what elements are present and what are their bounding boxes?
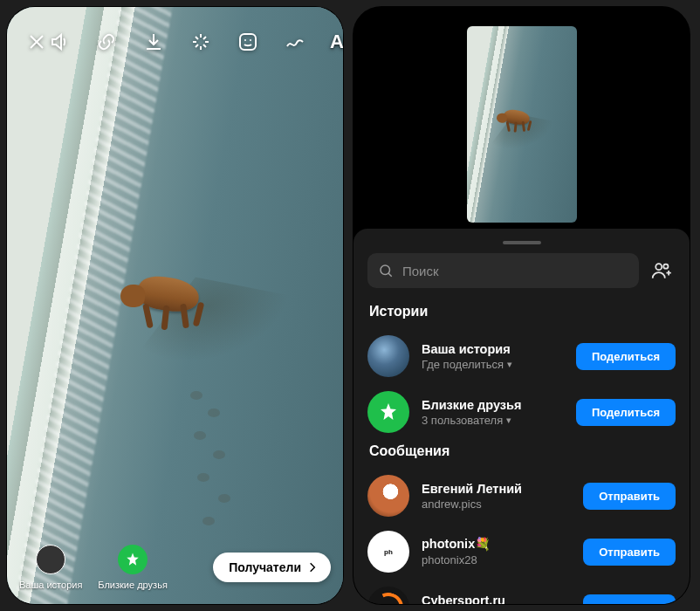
row-subtitle[interactable]: Где поделиться ▾ (422, 358, 564, 371)
search-input[interactable] (402, 264, 628, 278)
user-avatar (367, 587, 409, 604)
share-button[interactable]: Поделиться (576, 399, 676, 426)
story-row-your-story: Ваша история Где поделиться ▾ Поделиться (353, 328, 690, 384)
svg-point-3 (381, 265, 390, 275)
share-sheet: Истории Ваша история Где поделиться ▾ По… (353, 229, 690, 604)
row-title: photonix💐 (422, 537, 571, 552)
row-subtitle: photonix28 (422, 553, 571, 566)
search-icon (378, 263, 394, 278)
your-story-avatar (36, 545, 65, 574)
chevron-down-icon: ▾ (506, 415, 511, 426)
story-editor-screen: Aa Ваша история Близкие друзья Получател… (7, 7, 343, 604)
share-button[interactable]: Поделиться (576, 343, 676, 370)
share-sheet-screen: Истории Ваша история Где поделиться ▾ По… (353, 7, 690, 604)
editor-top-toolbar: Aa (7, 23, 343, 61)
close-icon[interactable] (26, 30, 47, 54)
create-group-button[interactable] (648, 257, 676, 285)
row-title: Евгений Летний (422, 482, 571, 496)
close-friends-avatar (367, 391, 409, 433)
stories-section-title: Истории (353, 300, 690, 328)
row-subtitle[interactable]: 3 пользователя ▾ (422, 414, 564, 427)
link-icon[interactable] (94, 30, 119, 54)
svg-point-2 (250, 39, 251, 41)
user-avatar (367, 475, 409, 517)
row-subtitle: andrew.pics (422, 498, 571, 511)
your-story-avatar (367, 335, 409, 377)
svg-point-4 (655, 264, 662, 270)
sticker-icon[interactable] (236, 30, 260, 54)
recipients-label: Получатели (229, 560, 301, 574)
your-story-label: Ваша история (19, 580, 82, 590)
send-button[interactable]: Отправить (583, 594, 676, 605)
send-button[interactable]: Отправить (583, 539, 676, 566)
row-title: Cybersport.ru (422, 594, 571, 605)
add-group-icon (650, 259, 673, 282)
download-icon[interactable] (141, 30, 166, 54)
dog (120, 260, 225, 339)
message-row: Евгений Летний andrew.pics Отправить (353, 468, 690, 524)
effects-icon[interactable] (189, 30, 213, 54)
search-box[interactable] (367, 253, 639, 288)
message-row: ph photonix💐 photonix28 Отправить (353, 524, 690, 580)
close-friends-label: Близкие друзья (98, 580, 167, 590)
row-title: Близкие друзья (422, 398, 564, 412)
send-button[interactable]: Отправить (583, 483, 676, 510)
close-friends-avatar (118, 545, 148, 574)
story-preview (353, 7, 690, 229)
story-preview-thumb[interactable] (467, 26, 577, 223)
chevron-down-icon: ▾ (507, 359, 512, 370)
your-story-target[interactable]: Ваша история (19, 545, 82, 590)
user-avatar: ph (367, 531, 409, 573)
chevron-right-icon (306, 561, 319, 573)
sheet-drag-handle[interactable] (503, 241, 541, 244)
recipients-button[interactable]: Получатели (213, 553, 331, 582)
message-row: Cybersport.ru cyber_ru Отправить (353, 580, 690, 604)
svg-point-5 (663, 264, 668, 269)
story-row-close-friends: Близкие друзья 3 пользователя ▾ Поделить… (353, 384, 690, 440)
row-title: Ваша история (422, 342, 564, 356)
sound-icon[interactable] (47, 30, 72, 54)
search-row (353, 253, 690, 288)
text-icon[interactable]: Aa (330, 30, 343, 54)
editor-bottom-bar: Ваша история Близкие друзья Получатели (7, 545, 343, 590)
svg-rect-0 (240, 34, 256, 50)
messages-section-title: Сообщения (353, 440, 690, 468)
close-friends-target[interactable]: Близкие друзья (98, 545, 167, 590)
svg-point-1 (244, 39, 246, 41)
draw-icon[interactable] (283, 30, 307, 54)
